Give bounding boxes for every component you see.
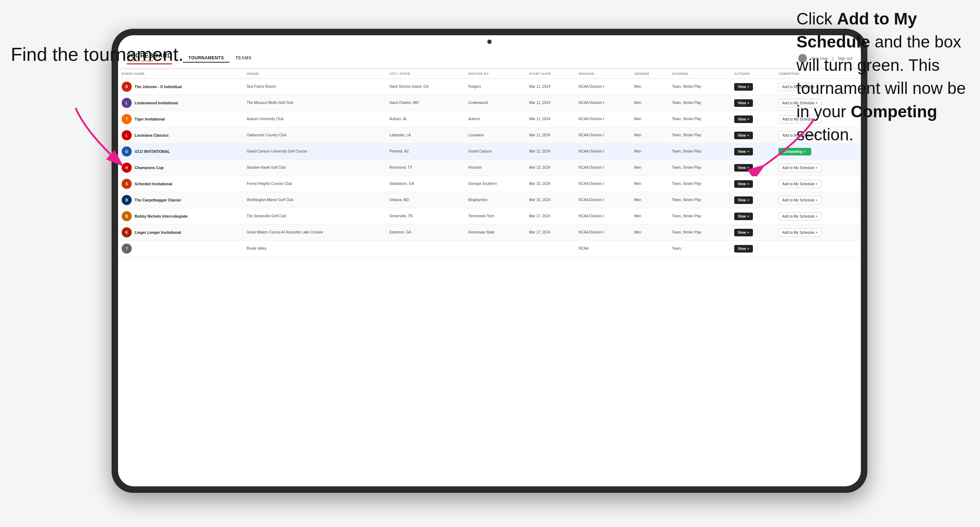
start-date-cell: Mar 11, 2024 xyxy=(525,79,575,95)
view-button[interactable]: View ● xyxy=(734,229,753,237)
view-button[interactable]: View ● xyxy=(734,83,753,90)
view-button[interactable]: View ● xyxy=(734,245,753,252)
start-date-cell: Mar 17, 2024 xyxy=(525,208,575,224)
table-row: SSchenkel InvitationalForest Heights Cou… xyxy=(118,176,861,192)
annotation-left: Find the tournament. xyxy=(11,43,183,65)
table-row: BBobby Nichols IntercollegiateThe Sevier… xyxy=(118,208,861,224)
nav-tabs: TOURNAMENTS TEAMS xyxy=(183,54,799,63)
division-cell: NCAA Division I xyxy=(575,208,631,224)
scoring-cell: Team, Stroke Play xyxy=(668,208,730,224)
start-date-cell xyxy=(525,241,575,257)
scoring-cell: Team, xyxy=(668,241,730,257)
event-name-text: The Carpetbagger Classic xyxy=(135,198,181,202)
col-header-start-date: START DATE xyxy=(525,69,575,79)
actions-cell: View ● xyxy=(730,241,775,257)
tablet-frame: SCOREBOARD Powered by clippd TOURNAMENTS… xyxy=(111,29,867,493)
city-state-cell: Urbana, MD xyxy=(386,192,465,208)
gender-cell: Men xyxy=(630,176,668,192)
division-cell: NCAA Division I xyxy=(575,224,631,241)
city-state-cell: Statesboro, GA xyxy=(386,176,465,192)
hosted-by-cell: Rutgers xyxy=(465,79,525,95)
team-logo: ? xyxy=(122,243,132,254)
scoring-cell: Team, Stroke Play xyxy=(668,160,730,176)
gender-cell: Men xyxy=(630,208,668,224)
gender-cell: Men xyxy=(630,192,668,208)
hosted-by-cell: Kennesaw State xyxy=(465,224,525,241)
event-name-text: Linger Longer Invitational xyxy=(135,230,181,235)
actions-cell: View ● xyxy=(730,208,775,224)
col-header-scoring: SCORING xyxy=(668,69,730,79)
tablet-topbar xyxy=(118,35,861,48)
col-header-gender: GENDER xyxy=(630,69,668,79)
gender-cell: Men xyxy=(630,127,668,143)
event-name-cell: BThe Carpetbagger Classic xyxy=(118,192,243,208)
division-cell: NCAA Division I xyxy=(575,160,631,176)
hosted-by-cell: Auburn xyxy=(465,111,525,127)
scoring-cell: Team, Stroke Play xyxy=(668,224,730,241)
venue-cell: Oakbourne Country Club xyxy=(243,127,386,143)
start-date-cell: Mar 12, 2024 xyxy=(525,143,575,160)
view-button[interactable]: View ● xyxy=(734,197,753,204)
start-date-cell: Mar 11, 2024 xyxy=(525,127,575,143)
division-cell: NCAA Division I xyxy=(575,176,631,192)
scoring-cell: Team, Stroke Play xyxy=(668,79,730,95)
venue-cell: Brook Valley xyxy=(243,241,386,257)
actions-cell: View ● xyxy=(730,176,775,192)
gender-cell xyxy=(630,241,668,257)
venue-cell: Shadow Hawk Golf Club xyxy=(243,160,386,176)
view-button[interactable]: View ● xyxy=(734,99,753,107)
gender-cell: Men xyxy=(630,143,668,160)
division-cell: NCAA Division I xyxy=(575,79,631,95)
gender-cell: Men xyxy=(630,95,668,111)
col-header-division: DIVISION xyxy=(575,69,631,79)
scoring-cell: Team, Stroke Play xyxy=(668,111,730,127)
start-date-cell: Mar 11, 2024 xyxy=(525,95,575,111)
city-state-cell: Auburn, AL xyxy=(386,111,465,127)
annotation-right: Click Add to My Schedule and the box wil… xyxy=(797,7,969,146)
venue-cell: The Sevierville Golf Club xyxy=(243,208,386,224)
team-logo: R xyxy=(122,82,132,92)
city-state-cell: Saint Simons Island, GA xyxy=(386,79,465,95)
start-date-cell: Mar 13, 2024 xyxy=(525,160,575,176)
tab-tournaments[interactable]: TOURNAMENTS xyxy=(183,54,230,63)
view-button[interactable]: View ● xyxy=(734,180,753,188)
division-cell: NCAA Division I xyxy=(575,143,631,160)
col-header-hosted-by: HOSTED BY xyxy=(465,69,525,79)
hosted-by-cell: Grand Canyon xyxy=(465,143,525,160)
event-name-cell: SSchenkel Invitational xyxy=(118,176,243,192)
table-row: RThe Johnnie - O IndividualSea Palms Res… xyxy=(118,79,861,95)
venue-cell: The Missouri Bluffs Golf Club xyxy=(243,95,386,111)
start-date-cell: Mar 17, 2024 xyxy=(525,224,575,241)
col-header-city-state: CITY, STATE xyxy=(386,69,465,79)
city-state-cell: Richmond, TX xyxy=(386,160,465,176)
event-name-cell: ? xyxy=(118,241,243,257)
city-state-cell: Lafayette, LA xyxy=(386,127,465,143)
table-row: LLindenwood InvitationalThe Missouri Blu… xyxy=(118,95,861,111)
arrow-right xyxy=(743,111,822,176)
team-logo: S xyxy=(122,179,132,189)
add-to-schedule-button[interactable]: Add to My Schedule + xyxy=(778,196,822,204)
scoring-cell: Team, Stroke Play xyxy=(668,95,730,111)
view-button[interactable]: View ● xyxy=(734,213,753,220)
table-header-row: EVENT NAME VENUE CITY, STATE HOSTED BY S… xyxy=(118,69,861,79)
gender-cell: Men xyxy=(630,160,668,176)
hosted-by-cell: Georgia Southern xyxy=(465,176,525,192)
city-state-cell: Saint Charles, MO xyxy=(386,95,465,111)
competing-cell: Add to My Schedule + xyxy=(775,192,861,208)
event-name-text: Bobby Nichols Intercollegiate xyxy=(135,214,188,218)
scoring-cell: Team, Stroke Play xyxy=(668,176,730,192)
add-to-schedule-button[interactable]: Add to My Schedule + xyxy=(778,229,822,237)
tab-teams[interactable]: TEAMS xyxy=(230,54,257,63)
actions-cell: View ● xyxy=(730,95,775,111)
tablet-camera xyxy=(487,40,492,44)
add-to-schedule-button[interactable]: Add to My Schedule + xyxy=(778,180,822,188)
add-to-schedule-button[interactable]: Add to My Schedule + xyxy=(778,212,822,221)
division-cell: NCAA Division I xyxy=(575,95,631,111)
venue-cell: Auburn University Club xyxy=(243,111,386,127)
division-cell: NCAA Division I xyxy=(575,192,631,208)
arrow-left xyxy=(65,97,144,176)
table-row: BThe Carpetbagger ClassicWorthington Man… xyxy=(118,192,861,208)
hosted-by-cell: Louisiana xyxy=(465,127,525,143)
division-cell: NCAA Division I xyxy=(575,111,631,127)
competing-cell: Add to My Schedule + xyxy=(775,208,861,224)
